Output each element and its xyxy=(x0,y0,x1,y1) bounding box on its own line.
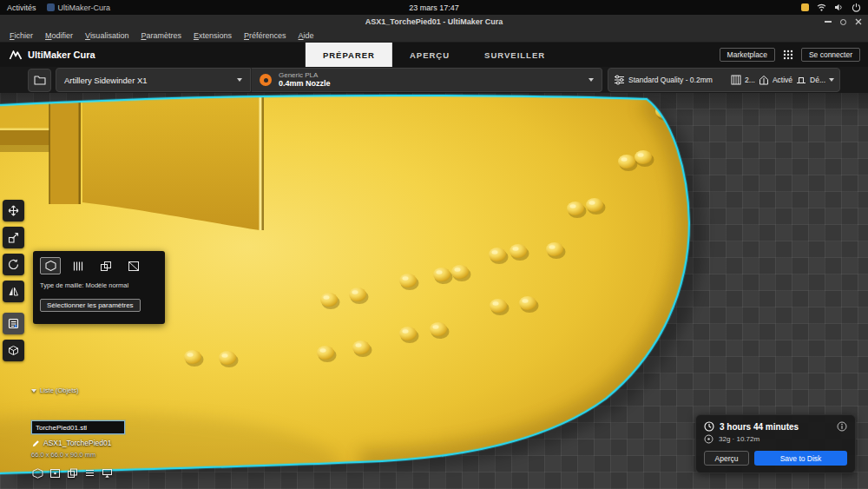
tab-prepare[interactable]: PRÉPARER xyxy=(306,43,392,67)
pencil-icon xyxy=(32,439,40,447)
app-indicator[interactable]: UltiMaker-Cura xyxy=(47,3,111,12)
mesh-modify-overlaps-button[interactable] xyxy=(95,257,116,274)
scale-tool-button[interactable] xyxy=(3,227,24,248)
save-to-disk-button[interactable]: Save to Disk xyxy=(754,451,847,466)
support-value: Activé xyxy=(773,76,792,84)
chevron-down-icon xyxy=(237,78,242,82)
tab-monitor[interactable]: SURVEILLER xyxy=(467,43,562,67)
printer-name: Artillery Sidewinder X1 xyxy=(64,76,148,85)
rotate-tool-button[interactable] xyxy=(3,254,24,275)
adhesion-value: Dé... xyxy=(810,76,825,84)
app-header: UltiMaker Cura PRÉPARER APERÇU SURVEILLE… xyxy=(0,43,868,67)
menu-visualisation[interactable]: Visualisation xyxy=(80,30,134,41)
mesh-type-label: Type de maille: Modèle normal xyxy=(40,281,158,289)
profile-name: Standard Quality - 0.2mm xyxy=(628,76,713,84)
object-list-header[interactable]: Liste (Objets) xyxy=(31,387,79,394)
menu-fichier[interactable]: Fichier xyxy=(4,30,38,41)
stage-tabs: PRÉPARER APERÇU SURVEILLER xyxy=(306,43,562,67)
app-indicator-label: UltiMaker-Cura xyxy=(58,3,111,12)
material-color-icon xyxy=(260,74,272,86)
scale-icon xyxy=(8,232,19,243)
preview-button[interactable]: Aperçu xyxy=(704,451,749,466)
chevron-down-icon xyxy=(589,78,594,82)
per-model-settings-icon xyxy=(8,318,19,329)
info-icon[interactable] xyxy=(837,421,847,432)
slot-shade xyxy=(0,93,49,129)
menu-aide[interactable]: Aide xyxy=(293,30,319,41)
menu-extensions[interactable]: Extensions xyxy=(188,30,237,41)
print-settings-selector[interactable]: Standard Quality - 0.2mm 2... Activé Dé.… xyxy=(608,68,840,92)
application-switcher-icon[interactable] xyxy=(783,50,793,60)
support-mesh-icon xyxy=(72,261,84,272)
object-tools-row xyxy=(32,468,113,479)
sliders-icon xyxy=(614,75,625,85)
chevron-down-icon xyxy=(829,78,834,82)
cura-app-icon xyxy=(47,3,55,11)
printer-selector[interactable]: Artillery Sidewinder X1 xyxy=(56,68,251,92)
normal-model-icon xyxy=(44,260,57,272)
infill-icon xyxy=(731,75,741,85)
support-blocker-button[interactable] xyxy=(3,340,24,361)
sign-in-button[interactable]: Se connecter xyxy=(801,48,860,62)
support-icon xyxy=(759,75,769,85)
power-icon[interactable] xyxy=(852,3,861,12)
multiply-model-icon[interactable] xyxy=(67,468,78,479)
move-icon xyxy=(8,205,19,216)
filament-spool-icon xyxy=(704,434,713,444)
center-model-icon[interactable] xyxy=(49,468,61,479)
clock-icon xyxy=(704,421,714,432)
close-button[interactable] xyxy=(855,18,862,25)
mesh-normal-button[interactable] xyxy=(40,257,61,274)
gnome-top-bar: Activités UltiMaker-Cura 23 mars 17:47 xyxy=(0,0,868,15)
job-name: ASX1_TorchePied01 xyxy=(43,439,111,447)
adhesion-icon xyxy=(796,75,806,85)
nozzle-size: 0.4mm Nozzle xyxy=(279,79,331,88)
menu-parametres[interactable]: Paramètres xyxy=(135,30,187,41)
group-models-icon[interactable] xyxy=(84,468,95,479)
ultimaker-logo-icon xyxy=(9,50,23,60)
mirror-icon xyxy=(8,286,19,297)
volume-icon[interactable] xyxy=(834,3,844,12)
window-title: ASX1_TorchePied01 - UltiMaker Cura xyxy=(365,17,503,26)
menu-preferences[interactable]: Préférences xyxy=(239,30,292,41)
material-name: Generic PLA xyxy=(279,71,331,79)
print-info-panel: 3 hours 44 minutes 32g · 10.72m Aperçu S… xyxy=(695,414,856,473)
model-name-input[interactable] xyxy=(31,420,125,434)
overlap-mesh-icon xyxy=(100,261,112,272)
job-name-row[interactable]: ASX1_TorchePied01 xyxy=(32,439,111,447)
app-title: UltiMaker Cura xyxy=(28,50,95,60)
mesh-print-as-support-button[interactable] xyxy=(68,257,89,274)
tray-app-icon[interactable] xyxy=(801,3,809,11)
model-cube-icon[interactable] xyxy=(32,468,43,479)
collapse-icon xyxy=(31,389,36,393)
window-title-bar: ASX1_TorchePied01 - UltiMaker Cura xyxy=(0,15,868,29)
infill-value: 2... xyxy=(745,76,755,84)
material-selector[interactable]: Generic PLA 0.4mm Nozzle xyxy=(251,68,602,92)
folder-icon xyxy=(34,75,46,85)
rotate-icon xyxy=(8,259,19,270)
arrange-models-icon[interactable] xyxy=(102,468,113,479)
move-tool-button[interactable] xyxy=(3,200,24,221)
tab-preview[interactable]: APERÇU xyxy=(392,43,467,67)
configuration-bar: Artillery Sidewinder X1 Generic PLA 0.4m… xyxy=(0,67,868,93)
maximize-button[interactable] xyxy=(840,19,846,25)
mesh-type-popup: Type de maille: Modèle normal Sélectionn… xyxy=(33,251,165,324)
slot-wall xyxy=(49,93,81,204)
app-logo: UltiMaker Cura xyxy=(0,50,95,60)
cura-application-window: { "system_bar": { "activities": "Activit… xyxy=(0,0,868,489)
select-settings-button[interactable]: Sélectionner les paramètres xyxy=(40,299,141,312)
clock-menu[interactable]: 23 mars 17:47 xyxy=(409,3,459,12)
material-usage: 32g · 10.72m xyxy=(719,435,760,443)
activities-button[interactable]: Activités xyxy=(7,3,36,12)
menu-modifier[interactable]: Modifier xyxy=(40,30,78,41)
network-icon[interactable] xyxy=(817,3,826,12)
model-dimensions: 66.0 x 66.0 x 90.0 mm xyxy=(31,451,95,459)
no-support-overlap-icon xyxy=(128,261,140,272)
mesh-no-support-overlaps-button[interactable] xyxy=(123,257,144,274)
open-file-button[interactable] xyxy=(28,69,51,92)
support-blocker-icon xyxy=(8,345,19,356)
per-model-settings-button[interactable] xyxy=(3,313,24,334)
marketplace-button[interactable]: Marketplace xyxy=(720,48,775,62)
minimize-button[interactable] xyxy=(825,21,832,23)
mirror-tool-button[interactable] xyxy=(3,281,24,302)
